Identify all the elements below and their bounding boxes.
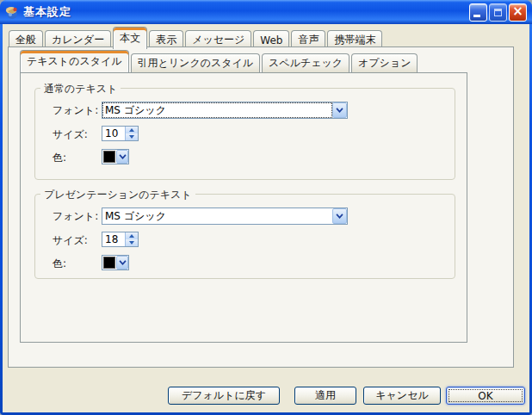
chevron-down-icon[interactable]: [116, 256, 128, 269]
group-normal-text: 通常のテキスト フォント: MS ゴシック サイズ: 10: [34, 88, 455, 180]
dialog-body: 全般 カレンダー 本文 表示 メッセージ Web 音声 携帯端末 テキストのスタ…: [3, 24, 529, 412]
group-title: プレゼンテーションのテキスト: [40, 188, 195, 202]
arrow-down-icon: [129, 241, 134, 245]
chevron-down-icon[interactable]: [332, 102, 347, 118]
color-picker-normal[interactable]: [102, 149, 129, 164]
tab-body-text[interactable]: 本文: [113, 27, 147, 49]
font-combobox-presentation[interactable]: MS ゴシック: [102, 208, 348, 225]
arrow-down-icon: [129, 135, 134, 139]
sub-tab-strip: テキストのスタイル 引用とリンクのスタイル スペルチェック オプション: [20, 49, 419, 72]
spin-up-button[interactable]: [126, 232, 138, 239]
ok-button[interactable]: OK: [446, 387, 525, 405]
size-label: サイズ:: [53, 127, 88, 142]
size-spinner-presentation[interactable]: 18: [102, 232, 139, 247]
minimize-icon: [473, 15, 480, 17]
subtab-text-style[interactable]: テキストのスタイル: [20, 50, 129, 72]
subtab-options[interactable]: オプション: [351, 53, 418, 72]
close-button[interactable]: ×: [509, 3, 527, 22]
apply-button[interactable]: 適用: [294, 387, 356, 405]
size-spinner-normal[interactable]: 10: [102, 126, 139, 141]
spin-down-button[interactable]: [126, 133, 138, 140]
group-presentation-text: プレゼンテーションのテキスト フォント: MS ゴシック サイズ: 18: [34, 194, 455, 279]
color-label: 色:: [53, 256, 66, 271]
maximize-button[interactable]: [489, 3, 507, 22]
main-tab-panel: テキストのスタイル 引用とリンクのスタイル スペルチェック オプション 通常のテ…: [8, 46, 514, 368]
color-swatch: [103, 257, 115, 269]
chevron-down-icon[interactable]: [332, 208, 347, 224]
size-label: サイズ:: [53, 232, 88, 248]
font-label: フォント:: [53, 208, 98, 224]
group-title: 通常のテキスト: [40, 82, 121, 96]
chevron-down-icon[interactable]: [116, 150, 128, 164]
color-picker-presentation[interactable]: [102, 255, 129, 270]
maximize-icon: [494, 9, 502, 16]
app-icon: [5, 5, 19, 19]
size-value: 18: [102, 232, 125, 246]
subtab-spell-check[interactable]: スペルチェック: [262, 53, 350, 72]
color-label: 色:: [53, 150, 66, 165]
font-combobox-value: MS ゴシック: [102, 102, 332, 118]
reset-default-button[interactable]: デフォルトに戻す: [168, 387, 280, 405]
titlebar[interactable]: 基本設定 ×: [0, 0, 532, 24]
font-label: フォント:: [53, 102, 98, 118]
minimize-button[interactable]: [469, 3, 487, 22]
font-combobox-value: MS ゴシック: [102, 208, 332, 224]
size-value: 10: [102, 127, 125, 140]
close-icon: ×: [512, 5, 523, 18]
subtab-quote-link-style[interactable]: 引用とリンクのスタイル: [131, 53, 261, 72]
spin-down-button[interactable]: [126, 239, 138, 246]
cancel-button[interactable]: キャンセル: [363, 387, 441, 405]
color-swatch: [103, 151, 115, 163]
arrow-up-icon: [129, 128, 134, 132]
font-combobox-normal[interactable]: MS ゴシック: [102, 102, 348, 119]
arrow-up-icon: [129, 234, 134, 238]
sub-tab-panel: 通常のテキスト フォント: MS ゴシック サイズ: 10: [20, 72, 467, 343]
focus-rectangle: [449, 390, 522, 401]
window-title: 基本設定: [23, 4, 469, 20]
spin-up-button[interactable]: [126, 127, 138, 133]
preferences-dialog: 基本設定 × 全般 カレンダー 本文 表示 メッセージ Web 音声 携帯端末: [0, 0, 532, 415]
